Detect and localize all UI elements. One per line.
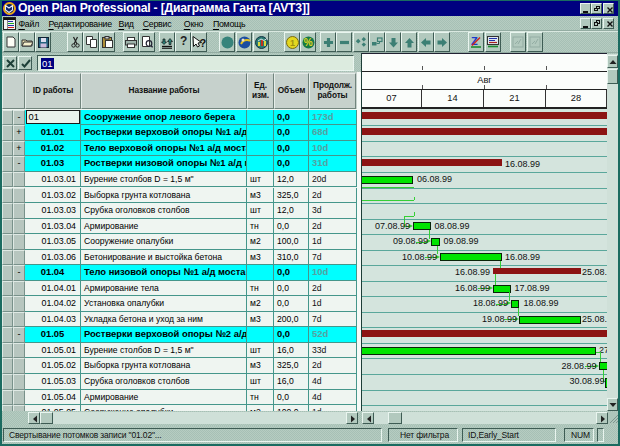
svg-text:%: % — [303, 37, 312, 48]
svg-text:1: 1 — [290, 38, 295, 48]
svg-text:?: ? — [200, 37, 207, 49]
